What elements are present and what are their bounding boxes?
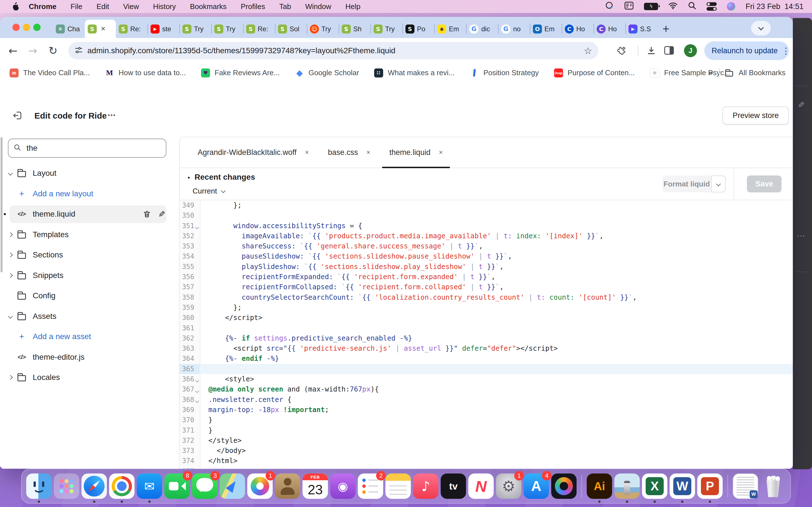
chevron-right-icon[interactable] bbox=[8, 252, 13, 258]
bookmark-how-to-use-data-to[interactable]: MHow to use data to... bbox=[105, 68, 186, 77]
code-area[interactable]: 349 };350351 window.accessibilityStrings… bbox=[180, 200, 793, 469]
chevron-right-icon[interactable] bbox=[8, 232, 13, 237]
launchpad-dock-icon[interactable] bbox=[54, 473, 79, 499]
search-input[interactable] bbox=[26, 144, 161, 153]
code-line[interactable]: 372</style> bbox=[180, 436, 793, 446]
control-center-icon[interactable] bbox=[707, 2, 717, 11]
relaunch-button[interactable]: Relaunch to update ⋮ bbox=[704, 41, 789, 60]
davinci-resolve-dock-icon[interactable] bbox=[551, 473, 576, 499]
sidebar-item-theme-liquid[interactable]: ●</>theme.liquid✎ bbox=[0, 204, 172, 224]
code-line[interactable]: 351 window.accessibilityStrings = { bbox=[180, 221, 793, 231]
code-line[interactable]: 352 imageAvailable: `{{ 'products.produc… bbox=[180, 231, 793, 241]
file-tab-close-icon[interactable]: × bbox=[439, 149, 443, 156]
menu-view[interactable]: View bbox=[116, 2, 146, 11]
code-line[interactable]: 374</html> bbox=[180, 456, 793, 466]
side-panel-icon[interactable] bbox=[664, 46, 674, 55]
sidebar-item-add-a-new-asset[interactable]: +Add a new asset bbox=[0, 327, 172, 347]
bookmark-fake-reviews-are[interactable]: ♥Fake Reviews Are... bbox=[201, 68, 280, 77]
code-line[interactable]: 359 }; bbox=[180, 302, 793, 313]
code-line[interactable]: 364 {%- endif -%} bbox=[180, 353, 793, 363]
address-bar[interactable]: admin.shopify.com/store/11395d-5c/themes… bbox=[68, 42, 598, 59]
word-dock-icon[interactable]: W bbox=[670, 473, 695, 499]
browser-tab[interactable]: ▶S.S bbox=[626, 20, 658, 38]
browser-tab[interactable]: Gno bbox=[498, 20, 530, 38]
browser-tab[interactable]: ✳Cha bbox=[53, 20, 85, 38]
fullscreen-window-button[interactable] bbox=[33, 24, 41, 31]
chevron-right-icon[interactable] bbox=[8, 375, 13, 380]
bookmark-google-scholar[interactable]: ◆Google Scholar bbox=[295, 68, 359, 77]
file-search-box[interactable] bbox=[8, 138, 166, 158]
apple-tv-dock-icon[interactable]: tv bbox=[441, 473, 466, 499]
fold-chevron-icon[interactable] bbox=[195, 399, 199, 403]
menu-window[interactable]: Window bbox=[298, 2, 338, 11]
battery-icon[interactable]: ϟ bbox=[644, 3, 658, 10]
finder-dock-icon[interactable] bbox=[26, 473, 52, 499]
apple-menu-icon[interactable] bbox=[12, 2, 19, 11]
illustrator-dock-icon[interactable]: Ai bbox=[587, 473, 612, 499]
wifi-icon[interactable] bbox=[668, 2, 678, 11]
file-tab-agrandir-wideblackitalic-woff[interactable]: Agrandir-WideBlackItalic.woff× bbox=[188, 137, 318, 168]
code-line[interactable]: 355 playSlideshow: `{{ 'sections.slidesh… bbox=[180, 262, 793, 272]
sidebar-item-layout[interactable]: Layout bbox=[0, 163, 172, 184]
menu-help[interactable]: Help bbox=[338, 2, 367, 11]
sidebar-item-sections[interactable]: Sections bbox=[0, 245, 172, 265]
delete-file-icon[interactable] bbox=[143, 210, 151, 218]
fold-chevron-icon[interactable] bbox=[195, 389, 199, 393]
browser-tab-active[interactable]: S× bbox=[85, 20, 116, 38]
save-button[interactable]: Save bbox=[747, 175, 781, 192]
code-line[interactable]: 363 <script src="{{ 'predictive-search.j… bbox=[180, 343, 793, 353]
file-tab-base-css[interactable]: base.css× bbox=[318, 137, 380, 168]
browser-tab[interactable]: STry bbox=[180, 20, 211, 38]
chevron-down-icon[interactable] bbox=[8, 171, 13, 176]
browser-tab[interactable]: CHo bbox=[594, 20, 626, 38]
code-line[interactable]: 371} bbox=[180, 425, 793, 436]
spotlight-search-icon[interactable] bbox=[688, 1, 696, 12]
menu-chrome[interactable]: Chrome bbox=[19, 2, 63, 11]
fold-chevron-icon[interactable] bbox=[195, 225, 199, 229]
download-icon[interactable] bbox=[646, 38, 656, 63]
browser-tab[interactable]: SSh bbox=[339, 20, 371, 38]
code-line[interactable]: 353 shareSuccess: `{{ 'general.share.suc… bbox=[180, 241, 793, 251]
browser-tab[interactable]: ☺Try bbox=[307, 20, 339, 38]
sidebar-item-theme-editor-js[interactable]: </>theme-editor.js bbox=[0, 347, 172, 368]
format-options-button[interactable] bbox=[711, 175, 726, 192]
menu-profiles[interactable]: Profiles bbox=[234, 2, 272, 11]
bookmarks-overflow-icon[interactable]: » bbox=[708, 68, 713, 78]
fold-chevron-icon[interactable] bbox=[195, 379, 199, 383]
menu-edit[interactable]: Edit bbox=[89, 2, 116, 11]
code-line[interactable]: 366 <style> bbox=[180, 374, 793, 384]
code-line[interactable]: 357 recipientFormCollapsed: `{{ 'recipie… bbox=[180, 282, 793, 292]
exit-editor-icon[interactable] bbox=[12, 110, 22, 122]
menu-file[interactable]: File bbox=[63, 2, 89, 11]
code-line[interactable]: 367@media only screen and (max-width:767… bbox=[180, 384, 793, 394]
tab-close-icon[interactable]: × bbox=[101, 24, 105, 33]
facetime-dock-icon[interactable]: 8 bbox=[164, 473, 190, 499]
code-line[interactable]: 361 bbox=[180, 323, 793, 333]
file-tab-close-icon[interactable]: × bbox=[366, 149, 370, 156]
forward-button[interactable]: → bbox=[28, 38, 37, 63]
url-text[interactable]: admin.shopify.com/store/11395d-5c/themes… bbox=[87, 46, 579, 55]
reminders-dock-icon[interactable]: 2 bbox=[358, 473, 383, 499]
code-line[interactable]: 360 </script> bbox=[180, 313, 793, 323]
code-line[interactable]: 368.newsletter.center { bbox=[180, 395, 793, 405]
file-tab-close-icon[interactable]: × bbox=[305, 149, 309, 156]
minimize-window-button[interactable] bbox=[23, 24, 30, 31]
browser-tab[interactable]: STry bbox=[211, 20, 243, 38]
extensions-icon[interactable] bbox=[616, 38, 626, 63]
news-dock-icon[interactable]: N bbox=[468, 473, 494, 499]
window-switcher-icon[interactable] bbox=[624, 1, 634, 12]
browser-tab[interactable]: ◉Em bbox=[435, 20, 466, 38]
preview-store-button[interactable]: Preview store bbox=[722, 107, 789, 124]
trash-dock-icon[interactable] bbox=[760, 473, 786, 499]
format-liquid-button[interactable]: Format liquid bbox=[662, 175, 711, 192]
chrome-menu-icon[interactable]: ⋮ bbox=[781, 46, 790, 56]
code-line[interactable]: 365 bbox=[180, 364, 793, 374]
code-line[interactable]: 370} bbox=[180, 415, 793, 425]
bookmark-position-strategy[interactable]: Position Strategy bbox=[470, 68, 539, 77]
version-dropdown[interactable]: Current bbox=[193, 187, 225, 195]
browser-tab[interactable]: SSol bbox=[275, 20, 307, 38]
back-button[interactable]: ← bbox=[8, 38, 17, 63]
all-bookmarks-button[interactable]: All Bookmarks bbox=[739, 68, 785, 77]
sidebar-item-locales[interactable]: Locales bbox=[0, 367, 172, 388]
notes-dock-icon[interactable] bbox=[386, 473, 411, 499]
